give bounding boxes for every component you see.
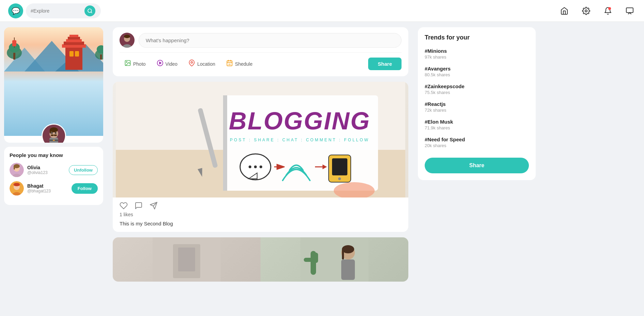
svg-point-2 (585, 10, 587, 12)
profile-banner (4, 27, 103, 136)
svg-point-68 (254, 165, 257, 168)
photo-button[interactable]: Photo (120, 57, 151, 71)
svg-rect-11 (13, 53, 15, 60)
video-button[interactable]: Video (152, 57, 183, 71)
svg-rect-21 (12, 40, 16, 46)
svg-rect-16 (68, 37, 80, 40)
top-nav: 💬 (0, 0, 644, 22)
profile-card: Dhyan Patel Code Army 3 Followers 1 Foll… (4, 27, 103, 143)
left-sidebar: Dhyan Patel Code Army 3 Followers 1 Foll… (0, 22, 107, 316)
trend-tag-3: #Reactjs (425, 101, 529, 107)
video-icon (157, 60, 163, 68)
notification-icon[interactable] (602, 5, 614, 17)
composer-input[interactable] (139, 33, 402, 48)
trend-item-5[interactable]: #Need for Speed 20k shares (425, 137, 529, 148)
trend-shares-0: 97k shares (425, 54, 529, 60)
composer-top (120, 33, 402, 48)
composer-avatar (120, 33, 135, 48)
trends-share-button[interactable]: Share (425, 158, 529, 173)
svg-rect-92 (342, 249, 344, 259)
trend-item-2[interactable]: #Zainkeepscode 75.5k shares (425, 83, 529, 95)
trend-shares-4: 71.9k shares (425, 125, 529, 130)
bhagat-avatar (10, 181, 24, 195)
list-item: Olivia @olivia123 Unfollow (10, 163, 98, 177)
trend-shares-1: 80.5k shares (425, 72, 529, 77)
right-sidebar: Trends for your #Minions 97k shares #Ava… (414, 22, 540, 316)
trend-shares-3: 72k shares (425, 108, 529, 113)
composer-card: Photo Video (113, 27, 408, 76)
svg-rect-15 (66, 39, 82, 42)
trend-item-3[interactable]: #Reactjs 72k shares (425, 101, 529, 113)
svg-point-67 (249, 165, 251, 168)
search-button[interactable] (84, 5, 95, 16)
svg-point-33 (55, 132, 57, 134)
bhagat-follow-button[interactable]: Follow (72, 183, 98, 194)
settings-icon[interactable] (580, 5, 592, 17)
svg-point-76 (338, 177, 341, 180)
trends-title: Trends for your (425, 34, 529, 41)
location-button[interactable]: Location (184, 57, 220, 71)
composer-action-group: Photo Video (120, 57, 257, 71)
svg-text:BLOGGING: BLOGGING (229, 107, 371, 135)
svg-rect-24 (100, 54, 102, 60)
svg-rect-88 (314, 253, 318, 263)
svg-point-31 (54, 135, 57, 136)
location-label: Location (197, 61, 215, 67)
profile-avatar (42, 124, 66, 143)
post-2-left (113, 237, 261, 282)
svg-point-54 (191, 62, 193, 63)
trends-card: Trends for your #Minions 97k shares #Ava… (418, 27, 536, 180)
nav-logo[interactable]: 💬 (8, 3, 23, 18)
schedule-icon (226, 60, 233, 68)
trend-tag-5: #Need for Speed (425, 137, 529, 142)
post-caption: This is my Second Blog (113, 219, 408, 232)
trend-tag-0: #Minions (425, 48, 529, 54)
schedule-button[interactable]: Shedule (221, 57, 257, 71)
nav-right (558, 5, 636, 17)
svg-line-1 (91, 12, 92, 13)
svg-point-51 (126, 62, 127, 63)
svg-rect-84 (178, 248, 195, 271)
post-2-right (261, 237, 408, 282)
search-input[interactable] (31, 8, 82, 14)
nav-left: 💬 (8, 3, 101, 18)
trend-tag-4: #Elon Musk (425, 119, 529, 125)
photo-label: Photo (133, 61, 146, 67)
trend-item-1[interactable]: #Avangers 80.5k shares (425, 66, 529, 77)
svg-point-30 (50, 135, 53, 136)
bhagat-avatar-image (10, 181, 24, 195)
feed: Photo Video (107, 22, 414, 316)
post-likes: 1 likes (113, 211, 408, 219)
video-label: Video (166, 61, 178, 67)
trend-item-0[interactable]: #Minions 97k shares (425, 48, 529, 60)
svg-point-3 (608, 7, 611, 10)
home-icon[interactable] (558, 5, 570, 17)
olivia-name: Olivia (27, 165, 65, 170)
svg-rect-63 (223, 95, 227, 191)
composer-share-button[interactable]: Share (368, 58, 402, 70)
location-icon (188, 60, 195, 68)
svg-rect-18 (69, 51, 74, 57)
messages-icon[interactable] (624, 5, 636, 17)
olivia-info: Olivia @olivia123 (27, 165, 65, 175)
list-item: Bhagat @bhagat123 Follow (10, 181, 98, 195)
svg-rect-4 (626, 8, 633, 13)
comment-button[interactable] (135, 202, 143, 210)
trend-shares-5: 20k shares (425, 143, 529, 148)
like-button[interactable] (120, 202, 128, 210)
bhagat-name: Bhagat (27, 183, 68, 189)
people-title: People you may know (10, 152, 98, 158)
trend-item-4[interactable]: #Elon Musk 71.9k shares (425, 119, 529, 130)
nav-search-bar[interactable] (26, 3, 101, 18)
svg-rect-19 (75, 51, 79, 57)
composer-actions: Photo Video (120, 52, 402, 71)
logo-icon: 💬 (12, 7, 20, 15)
svg-rect-12 (65, 46, 82, 70)
share-post-button[interactable] (150, 202, 158, 210)
olivia-unfollow-button[interactable]: Unfollow (69, 165, 98, 175)
trend-tag-2: #Zainkeepscode (425, 83, 529, 89)
trend-tag-1: #Avangers (425, 66, 529, 72)
svg-rect-90 (341, 259, 355, 280)
svg-rect-45 (14, 183, 19, 186)
svg-marker-53 (159, 62, 161, 64)
